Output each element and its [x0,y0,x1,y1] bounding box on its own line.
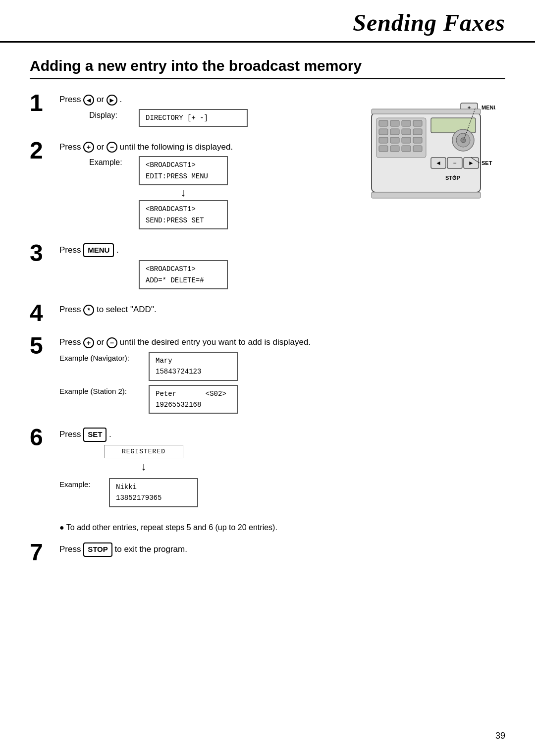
svg-text:SET: SET [482,160,492,166]
step-5-text: Press + or − until the desired entry you… [59,336,352,349]
step-6-row: 6 Press SET . REGISTERED ↓ Example: [30,428,352,510]
svg-rect-7 [390,129,399,135]
step-1-lcd: DIRECTORY [+ -] [139,109,248,127]
step-6-set-btn[interactable]: SET [83,428,107,442]
svg-text:STOP: STOP [445,175,460,181]
section-heading: Adding a new entry into the broadcast me… [30,57,505,79]
step-2-minus-btn[interactable]: − [107,142,117,153]
step-1-text: Press ◄ or ► . [59,93,352,106]
svg-rect-14 [379,146,388,152]
step-5-row: 5 Press + or − until the desired entry y… [30,336,352,417]
step-3-spacer [89,260,134,262]
step-4-star-btn[interactable]: * [83,305,94,316]
step-3-display-block: <BROADCAST1>ADD=* DELETE=# [89,260,352,289]
step-6-example-label: Example: [59,478,104,488]
step-2-example-block: Example: <BROADCAST1>EDIT:PRESS MENU ↓ <… [89,156,352,229]
svg-text:►: ► [468,160,474,166]
svg-rect-3 [390,120,399,126]
svg-rect-9 [413,129,422,135]
page-header: Sending Faxes [0,0,535,43]
step-3-press: Press [59,245,83,255]
bullet-note: ● To add other entries, repeat steps 5 a… [59,521,352,534]
step-7-number: 7 [30,540,59,564]
step-5-plus-btn[interactable]: + [83,337,94,348]
step-3-text: Press MENU . [59,243,352,258]
step-5-number: 5 [30,334,59,358]
step-3-period: . [116,245,119,255]
svg-rect-10 [379,137,388,143]
step-6-arrow: ↓ [141,460,147,473]
step-2-until: until the following is displayed. [120,142,233,152]
step-6-example-row: Example: Nikki13852179365 [59,478,198,507]
fax-machine-svg: + MENU ◄ − ► SET STOP [367,98,495,257]
step-2-number: 2 [30,139,59,162]
step-2-row: 2 Press + or − until the following is di… [30,141,352,232]
svg-rect-8 [402,129,411,135]
step-2-plus-btn[interactable]: + [83,142,94,153]
step-3-number: 3 [30,241,59,265]
svg-text:◄: ◄ [435,160,441,166]
svg-rect-13 [413,137,422,143]
step-1-content: Press ◄ or ► . Display: DIRECTORY [+ -] [59,93,352,130]
step-6-content: Press SET . REGISTERED ↓ Example: Nikki1… [59,428,352,510]
step-2-press: Press [59,142,83,152]
page-number: 39 [495,731,505,741]
step-4-number: 4 [30,301,59,325]
step-5-until: until the desired entry you want to add … [120,337,311,347]
step-1-display-label: Display: [89,109,134,120]
steps-area: 1 Press ◄ or ► . Display: DIRECTORY [+ -… [30,93,505,575]
step-5-navigator-label: Example (Navigator): [59,352,144,362]
fax-device-area: + MENU ◄ − ► SET STOP [367,98,495,259]
step-2-lcd2: <BROADCAST1>SEND:PRESS SET [139,200,228,229]
step-4-text: Press * to select "ADD". [59,303,352,316]
svg-rect-17 [413,146,422,152]
step-6-text: Press SET . [59,428,352,442]
step-5-content: Press + or − until the desired entry you… [59,336,352,417]
step-1-or-label: or [97,95,107,104]
step-1-row: 1 Press ◄ or ► . Display: DIRECTORY [+ -… [30,93,352,130]
step-1-number: 1 [30,91,59,115]
step-5-station-label: Example (Station 2): [59,385,144,395]
step-5-minus-btn[interactable]: − [107,337,117,348]
step-3-lcd: <BROADCAST1>ADD=* DELETE=# [139,260,228,289]
step-5-navigator-row: Example (Navigator): Mary15843724123 [59,352,352,381]
step-5-station-lcd: Peter <S02>19265532168 [149,385,238,414]
step-2-lcd1: <BROADCAST1>EDIT:PRESS MENU [139,156,228,185]
step-6-period: . [109,430,111,439]
step-6-press: Press [59,430,83,439]
svg-text:MENU: MENU [482,105,495,110]
step-1-right-btn[interactable]: ► [107,95,117,106]
step-5-station-row: Example (Station 2): Peter <S02>19265532… [59,385,352,414]
step-1-period: . [120,95,122,104]
svg-rect-2 [379,120,388,126]
step-6-example-lcd: Nikki13852179365 [109,478,198,507]
steps-column: 1 Press ◄ or ► . Display: DIRECTORY [+ -… [30,93,367,575]
svg-rect-15 [390,146,399,152]
svg-rect-12 [402,137,411,143]
bullet-text: To add other entries, repeat steps 5 and… [66,523,277,532]
svg-rect-16 [402,146,411,152]
svg-rect-34 [372,192,481,198]
svg-rect-33 [372,109,481,114]
step-7-rest: to exit the program. [115,544,187,554]
content-area: Adding a new entry into the broadcast me… [0,43,535,595]
step-4-row: 4 Press * to select "ADD". [30,303,352,325]
step-6-number: 6 [30,426,59,449]
step-2-arrow: ↓ [139,187,228,198]
step-7-row: 7 Press STOP to exit the program. [30,542,352,564]
svg-rect-11 [390,137,399,143]
step-3-content: Press MENU . <BROADCAST1>ADD=* DELETE=# [59,243,352,292]
svg-rect-4 [402,120,411,126]
step-7-stop-btn[interactable]: STOP [83,542,112,557]
svg-text:−: − [453,160,456,166]
step-4-press: Press [59,305,83,314]
step-2-text: Press + or − until the following is disp… [59,141,352,154]
step-3-menu-btn[interactable]: MENU [83,243,114,258]
device-column: + MENU ◄ − ► SET STOP [367,93,505,575]
step-7-text: Press STOP to exit the program. [59,542,352,557]
step-2-content: Press + or − until the following is disp… [59,141,352,232]
step-1-left-btn[interactable]: ◄ [83,95,94,106]
step-3-row: 3 Press MENU . <BROADCAST1>ADD=* DELETE=… [30,243,352,292]
svg-rect-5 [413,120,422,126]
page-title: Sending Faxes [353,9,505,36]
